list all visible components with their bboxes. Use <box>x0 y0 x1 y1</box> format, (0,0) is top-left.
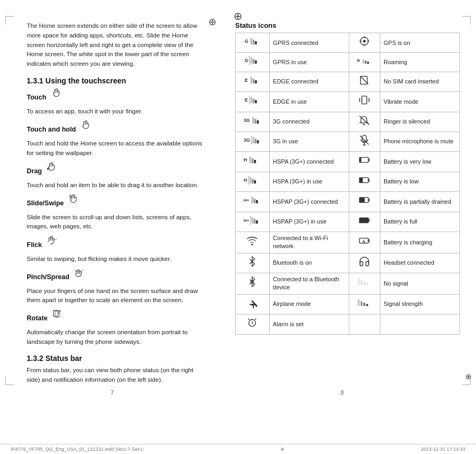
svg-rect-14 <box>251 57 253 64</box>
icon-battery-partial <box>349 192 380 212</box>
table-row: G GPRS in use R Roaming <box>236 53 460 72</box>
gesture-pinch-label: Pinch/Spread <box>27 273 69 281</box>
corner-tr <box>462 16 471 25</box>
svg-rect-4 <box>251 38 253 44</box>
icon-no-signal <box>349 273 380 295</box>
status-table-title: Status icons <box>235 21 460 29</box>
swipe-desc: Slide the screen to scroll up and down l… <box>27 213 208 232</box>
svg-rect-83 <box>361 301 363 306</box>
svg-rect-69 <box>252 217 254 223</box>
table-row: 3G 3G in use Phone microphone is mute <box>236 132 460 151</box>
pinch-icon <box>74 268 87 280</box>
label-alarm: Alarm is set <box>269 314 349 334</box>
svg-rect-51 <box>252 159 254 164</box>
label-3g-in-use: 3G in use <box>269 132 349 151</box>
icon-wifi <box>236 232 270 253</box>
svg-rect-63 <box>252 197 254 203</box>
svg-rect-16 <box>255 60 257 64</box>
svg-rect-58 <box>254 180 256 183</box>
icon-mic-mute <box>349 132 380 151</box>
table-row: Connected to a Bluetooth device No signa… <box>236 273 460 295</box>
icon-gprs-in-use: G <box>236 53 270 72</box>
svg-rect-36 <box>252 117 254 123</box>
label-battery-charging: Battery is charging <box>380 232 460 253</box>
svg-rect-70 <box>254 219 256 224</box>
label-airplane: Airplane mode <box>269 294 349 314</box>
label-edge-connected: EDGE connected <box>269 72 349 91</box>
svg-point-0 <box>84 121 85 122</box>
icon-headset <box>349 253 380 273</box>
label-no-signal: No signal <box>380 273 460 295</box>
icon-no-sim <box>349 72 380 91</box>
svg-text:3G: 3G <box>244 117 250 122</box>
svg-text:H+: H+ <box>244 218 249 222</box>
gesture-touch-hold: Touch and hold <box>27 120 208 135</box>
svg-text:H: H <box>244 157 247 163</box>
table-row: H+ HSPAP (3G+) connected Battery is part… <box>236 192 460 212</box>
label-vibrate: Vibrate mode <box>380 92 460 112</box>
intro-paragraph: The Home screen extends on either side o… <box>27 21 208 69</box>
label-mic-mute: Phone microphone is mute <box>380 132 460 151</box>
footer-bar: IP4776_VF785_QG_Eng_USA_01_131231.indd S… <box>0 444 476 454</box>
svg-rect-38 <box>257 120 259 124</box>
svg-rect-84 <box>364 303 366 306</box>
svg-rect-54 <box>360 158 361 162</box>
icon-signal-strength <box>349 294 380 314</box>
svg-rect-25 <box>255 80 257 83</box>
svg-text:G: G <box>245 58 248 63</box>
label-wifi: Connected to a Wi-Fi network <box>269 232 349 253</box>
rotate-icon <box>52 309 65 321</box>
label-gprs-in-use: GPRS in use <box>269 53 349 72</box>
svg-rect-15 <box>253 59 255 64</box>
label-gps-on: GPS is on <box>380 33 460 53</box>
table-row: 3G 3G connected Ringer is silenced <box>236 112 460 132</box>
label-ringer-silenced: Ringer is silenced <box>380 112 460 132</box>
icon-ringer-silenced <box>349 112 380 132</box>
status-bar-desc: From status bar, you can view both phone… <box>27 366 208 385</box>
footer-crosshair: ⊕ <box>280 447 285 452</box>
touch-desc: To access an app, touch it with your fin… <box>27 107 208 116</box>
gesture-rotate: Rotate <box>27 309 208 324</box>
icon-alarm <box>236 314 270 334</box>
icon-gps-on <box>349 33 380 53</box>
footer-file-info: IP4776_VF785_QG_Eng_USA_01_131231.indd S… <box>11 447 144 452</box>
svg-text:H+: H+ <box>244 198 249 203</box>
gesture-flick: Flick <box>27 236 208 250</box>
table-row: H+ HSPAP (3G+) in use Battery is full <box>236 212 460 232</box>
svg-rect-37 <box>255 119 257 124</box>
svg-rect-42 <box>255 138 257 143</box>
svg-rect-56 <box>249 177 252 183</box>
icon-battery-low <box>349 172 380 191</box>
table-row: E EDGE in use Vibrate mode <box>236 92 460 112</box>
touch-hold-icon <box>80 120 93 132</box>
gesture-swipe-label: Slide/Swipe <box>27 199 64 207</box>
top-crosshair-icon: ⊕ <box>233 10 243 22</box>
icon-battery-very-low <box>349 152 380 172</box>
icon-battery-charging <box>349 232 380 253</box>
icon-hspa-connected: H <box>236 152 270 172</box>
svg-rect-57 <box>252 179 254 183</box>
table-row: Alarm is set <box>236 314 460 334</box>
crosshair-right-icon: ⊕ <box>465 372 472 381</box>
touch-hold-desc: Touch and hold the Home screen to access… <box>27 139 208 158</box>
icon-hspap-in-use: H+ <box>236 212 270 232</box>
corner-tl <box>5 16 14 25</box>
svg-rect-31 <box>255 100 257 103</box>
svg-rect-20 <box>365 60 367 64</box>
label-headset: Headset connected <box>380 253 460 273</box>
left-page-number: 7 <box>0 389 224 396</box>
svg-rect-33 <box>362 96 367 104</box>
corner-bl <box>5 376 14 385</box>
crosshair-icon: ⊕ <box>208 16 216 28</box>
label-battery-full: Battery is full <box>380 212 460 232</box>
icon-edge-in-use: E <box>236 92 270 112</box>
label-gprs-connected: GPRS connected <box>269 33 349 53</box>
icon-vibrate <box>349 92 380 112</box>
touch-icon <box>51 88 64 100</box>
footer-datetime: 2013-12-31 17:14:33 <box>420 447 465 452</box>
gesture-rotate-label: Rotate <box>27 314 48 322</box>
svg-rect-82 <box>358 299 360 306</box>
table-row: E EDGE connected No SIM card inserted <box>236 72 460 91</box>
table-row: Airplane mode Signal strength <box>236 294 460 314</box>
right-page: ⊕ ⊕ Status icons G GPRS connected GPS is… <box>224 11 476 406</box>
